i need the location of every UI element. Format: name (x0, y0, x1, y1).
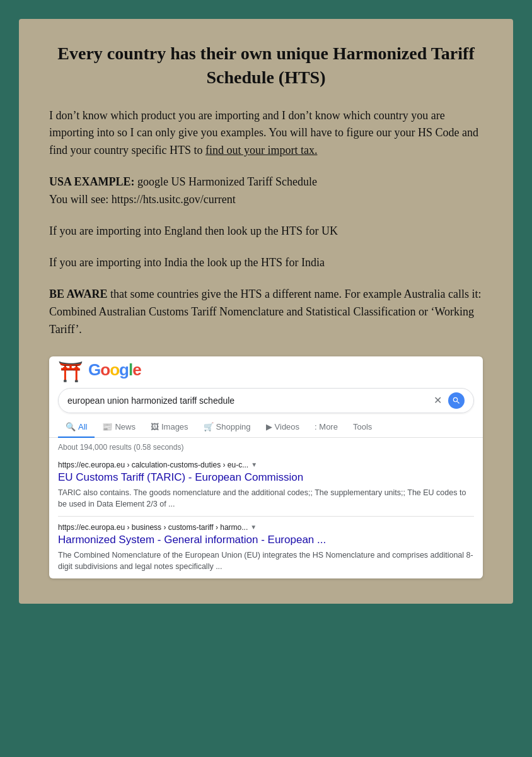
search-bar[interactable]: european union harmonized tariff schedul… (58, 388, 474, 413)
tab-videos-icon: ▶ (266, 422, 272, 431)
result-1-dropdown[interactable]: ▼ (251, 461, 257, 468)
search-icons: ✕ (434, 392, 465, 409)
nav-tabs: 🔍 All 📰 News 🖼 Images 🛒 Shopping ▶ Video… (49, 417, 483, 438)
google-screenshot: ⛩️ Google european union harmonized tari… (49, 356, 483, 579)
paragraph-1-link: find out your import tax. (205, 144, 317, 156)
result-1-snippet: TARIC also contains. The goods nomenclat… (58, 487, 474, 510)
tab-more-label: : More (315, 422, 338, 431)
search-result-2: https://ec.europa.eu › business › custom… (49, 517, 483, 578)
tab-all-label: All (78, 422, 87, 431)
tab-news-icon: 📰 (102, 422, 112, 431)
tab-images-label: Images (161, 422, 188, 431)
tab-images-icon: 🖼 (151, 422, 159, 431)
tab-all-icon: 🔍 (66, 422, 76, 431)
tab-videos-label: Videos (275, 422, 300, 431)
google-logo: Google (88, 361, 141, 378)
result-1-url: https://ec.europa.eu › calculation-custo… (58, 461, 474, 469)
paragraph-4: If you are importing into India the look… (49, 254, 483, 272)
tab-shopping-label: Shopping (216, 422, 251, 431)
tab-more[interactable]: : More (307, 417, 345, 438)
result-1-title[interactable]: EU Customs Tariff (TARIC) - European Com… (58, 471, 474, 484)
tab-tools-label: Tools (353, 422, 372, 431)
paragraph-1: I don’t know which product you are impor… (49, 107, 483, 160)
result-2-title[interactable]: Harmonized System - General information … (58, 533, 474, 547)
search-result-1: https://ec.europa.eu › calculation-custo… (49, 454, 483, 516)
tab-videos[interactable]: ▶ Videos (258, 417, 308, 438)
tab-news[interactable]: 📰 News (95, 417, 143, 438)
result-2-snippet: The Combined Nomenclature of the Europea… (58, 549, 474, 572)
tab-shopping[interactable]: 🛒 Shopping (196, 417, 258, 438)
gate-icon: ⛩️ (58, 361, 83, 382)
tab-images[interactable]: 🖼 Images (143, 417, 196, 438)
paragraph-5-rest: that some countries give the HTS a diffe… (49, 288, 482, 336)
tab-shopping-icon: 🛒 (204, 422, 214, 431)
paragraph-5: BE AWARE that some countries give the HT… (49, 286, 483, 339)
search-icon (452, 396, 461, 405)
results-info: About 194,000 results (0.58 seconds) (49, 438, 483, 454)
paragraph-2: USA EXAMPLE: google US Harmonized Tariff… (49, 173, 483, 209)
search-button[interactable] (448, 392, 465, 409)
result-2-dropdown[interactable]: ▼ (250, 524, 257, 531)
tab-all[interactable]: 🔍 All (58, 417, 95, 438)
result-1-url-text: https://ec.europa.eu › calculation-custo… (58, 461, 248, 469)
result-2-url: https://ec.europa.eu › business › custom… (58, 523, 474, 532)
search-input-text: european union harmonized tariff schedul… (67, 396, 434, 406)
result-2-url-text: https://ec.europa.eu › business › custom… (58, 523, 248, 532)
tab-news-label: News (115, 422, 136, 431)
paragraph-2-bold: USA EXAMPLE: (49, 175, 135, 188)
clear-icon[interactable]: ✕ (434, 394, 442, 406)
paragraph-3: If you are importing into England then l… (49, 223, 483, 240)
main-card: Every country has their own unique Harmo… (19, 19, 513, 604)
tab-tools[interactable]: Tools (345, 417, 379, 438)
page-title: Every country has their own unique Harmo… (49, 42, 483, 90)
paragraph-5-bold: BE AWARE (49, 288, 108, 300)
google-top-row: ⛩️ Google (49, 356, 483, 382)
